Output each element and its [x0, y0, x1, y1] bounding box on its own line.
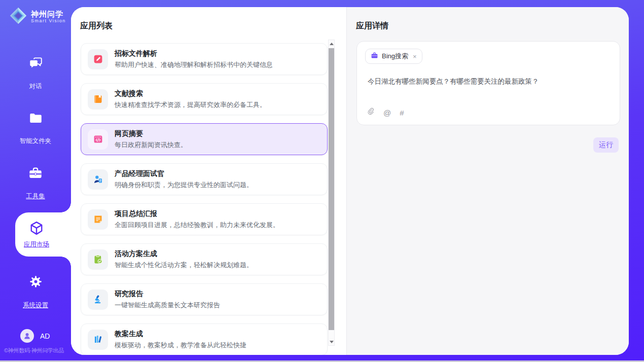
browser-code-icon [88, 129, 108, 150]
app-desc: 一键智能生成高质量长文本研究报告 [115, 301, 220, 310]
user-account[interactable]: AD [20, 329, 50, 343]
app-card-bid-parsing[interactable]: 招标文件解析 帮助用户快速、准确地理解和解析招标书中的关键信息 [81, 43, 328, 75]
app-card-project-summary[interactable]: 项目总结汇报 全面回顾项目进展，总结经验教训，助力未来优化发展。 [81, 203, 328, 235]
app-name: 项目总结汇报 [115, 209, 279, 219]
detail-title: 应用详情 [356, 21, 388, 31]
triangle-up-icon [330, 43, 334, 45]
main-panel: 应用列表 招标文件解析 帮助用户快速、准确地理解和解析招标书中的关键信息 [71, 7, 629, 355]
app-desc: 明确身份和职责，为您提供专业性的面试问题。 [115, 180, 253, 190]
book-icon [88, 89, 108, 110]
interviewer-icon [88, 169, 108, 190]
sidebar-item-label: 对话 [29, 82, 42, 91]
sidebar-item-label: 系统设置 [23, 301, 48, 310]
note-icon [88, 209, 108, 230]
app-card-pm-interviewer[interactable]: 产品经理面试官 明确身份和职责，为您提供专业性的面试问题。 [81, 163, 328, 195]
gear-icon [0, 275, 71, 288]
tool-tag-bing-search[interactable]: Bing搜索 × [365, 49, 422, 64]
hashtag-icon[interactable]: # [400, 108, 404, 117]
clipboard-check-icon [88, 249, 108, 270]
avatar [20, 329, 34, 343]
app-logo: 神州问学 Smart Vision [9, 7, 66, 27]
app-desc: 智能生成个性化活动方案，轻松解决规划难题。 [115, 261, 253, 270]
sidebar-item-label: 应用市场 [24, 240, 49, 249]
chat-icon [0, 57, 71, 69]
sidebar-item-settings[interactable]: 系统设置 [0, 275, 71, 310]
app-desc: 帮助用户快速、准确地理解和解析招标书中的关键信息 [115, 60, 273, 69]
sidebar-item-toolset[interactable]: 工具集 [0, 166, 71, 201]
sidebar-item-label: 工具集 [26, 192, 45, 201]
app-list-section: 应用列表 招标文件解析 帮助用户快速、准确地理解和解析招标书中的关键信息 [71, 7, 346, 355]
app-name: 研究报告 [115, 289, 220, 299]
toolbox-icon [0, 166, 71, 179]
app-name: 网页摘要 [115, 129, 187, 138]
app-name: 文献搜索 [115, 89, 266, 98]
attachment-toolbar: @ # [367, 107, 404, 118]
sidebar-item-chat[interactable]: 对话 [0, 57, 71, 91]
user-name: AD [40, 332, 50, 340]
page-title: 应用列表 [80, 21, 113, 31]
paperclip-icon[interactable] [367, 107, 375, 118]
app-card-literature-search[interactable]: 文献搜索 快速精准查找学术资源，提高研究效率的必备工具。 [81, 83, 328, 115]
edit-square-icon [88, 49, 108, 69]
scroll-up-button[interactable] [329, 40, 334, 47]
app-desc: 模板驱动，教案秒成，教学准备从此轻松快捷 [115, 341, 246, 350]
folder-icon [0, 112, 71, 124]
app-desc: 快速精准查找学术资源，提高研究效率的必备工具。 [115, 100, 266, 110]
app-card-research-report[interactable]: 研究报告 一键智能生成高质量长文本研究报告 [81, 283, 328, 315]
app-desc: 全面回顾项目进展，总结经验教训，助力未来优化发展。 [115, 221, 279, 230]
app-name: 教案生成 [115, 330, 246, 339]
app-card-lesson-plan[interactable]: 教案生成 模板驱动，教案秒成，教学准备从此轻松快捷 [81, 323, 328, 355]
sidebar-item-smart-folder[interactable]: 智能文件夹 [0, 112, 71, 146]
sidebar-item-label: 智能文件夹 [20, 137, 52, 146]
app-card-event-plan[interactable]: 活动方案生成 智能生成个性化活动方案，轻松解决规划难题。 [81, 243, 328, 275]
prompt-input-card[interactable]: Bing搜索 × 今日湖北有哪些新闻要点？有哪些需要关注的最新政策？ @ # [356, 41, 620, 125]
app-name: 招标文件解析 [115, 49, 273, 58]
mention-icon[interactable]: @ [383, 108, 391, 117]
app-desc: 每日政府新闻资讯快查。 [115, 140, 187, 150]
brand-subtitle: Smart Vision [31, 18, 66, 24]
books-icon [88, 330, 108, 350]
list-scrollbar[interactable] [328, 40, 335, 346]
tool-tag-label: Bing搜索 [382, 52, 408, 61]
app-card-list: 招标文件解析 帮助用户快速、准确地理解和解析招标书中的关键信息 文献搜索 快速精… [81, 43, 328, 355]
sidebar-item-app-market[interactable]: 应用市场 [15, 212, 71, 257]
app-name: 产品经理面试官 [115, 169, 253, 178]
brand-diamond-icon [9, 7, 27, 27]
briefcase-icon [371, 52, 378, 61]
scroll-down-button[interactable] [329, 338, 334, 345]
brand-name: 神州问学 [31, 10, 66, 18]
scrollbar-thumb[interactable] [329, 48, 334, 330]
app-detail-section: 应用详情 Bing搜索 × 今日湖北有哪些新闻要点？有哪些需要关注的最新政策？ [346, 7, 629, 355]
remove-tag-icon[interactable]: × [413, 53, 417, 60]
run-button[interactable]: 运行 [593, 137, 619, 153]
copyright-footer: ©神州数码·神州问学出品 [4, 347, 64, 354]
app-card-web-summary[interactable]: 网页摘要 每日政府新闻资讯快查。 [81, 123, 328, 155]
sidebar: 神州问学 Smart Vision 对话 智能文件夹 [0, 0, 71, 362]
microscope-icon [88, 289, 108, 310]
app-name: 活动方案生成 [115, 249, 253, 259]
query-text-input[interactable]: 今日湖北有哪些新闻要点？有哪些需要关注的最新政策？ [368, 77, 606, 86]
triangle-down-icon [330, 341, 334, 343]
cube-icon [29, 221, 44, 238]
